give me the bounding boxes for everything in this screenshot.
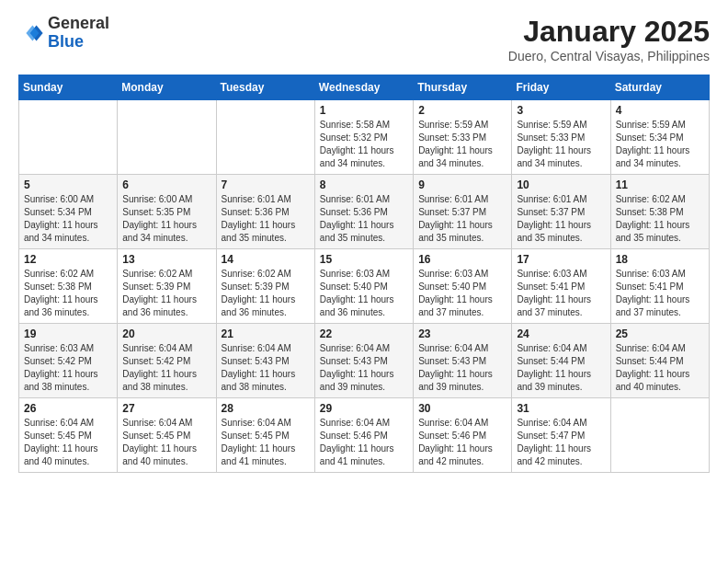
logo-blue: Blue [48, 33, 109, 52]
calendar-week-row: 26Sunrise: 6:04 AM Sunset: 5:45 PM Dayli… [19, 398, 710, 473]
table-row [216, 100, 314, 175]
day-info: Sunrise: 6:01 AM Sunset: 5:37 PM Dayligh… [418, 193, 506, 245]
header-tuesday: Tuesday [216, 75, 314, 100]
calendar-title: January 2025 [508, 15, 710, 49]
table-row: 31Sunrise: 6:04 AM Sunset: 5:47 PM Dayli… [512, 398, 610, 473]
calendar-subtitle: Duero, Central Visayas, Philippines [508, 49, 710, 63]
day-info: Sunrise: 5:59 AM Sunset: 5:34 PM Dayligh… [616, 119, 704, 170]
day-info: Sunrise: 5:59 AM Sunset: 5:33 PM Dayligh… [418, 119, 506, 170]
day-number: 17 [517, 253, 605, 266]
day-info: Sunrise: 6:04 AM Sunset: 5:46 PM Dayligh… [320, 417, 408, 468]
day-number: 7 [222, 178, 310, 191]
day-number: 10 [517, 178, 605, 191]
day-number: 20 [122, 327, 210, 340]
day-info: Sunrise: 6:03 AM Sunset: 5:40 PM Dayligh… [418, 268, 506, 319]
logo: General Blue [18, 15, 109, 52]
day-info: Sunrise: 6:01 AM Sunset: 5:36 PM Dayligh… [222, 193, 310, 245]
table-row: 26Sunrise: 6:04 AM Sunset: 5:45 PM Dayli… [19, 398, 118, 473]
calendar-week-row: 19Sunrise: 6:03 AM Sunset: 5:42 PM Dayli… [19, 324, 710, 398]
day-info: Sunrise: 6:04 AM Sunset: 5:45 PM Dayligh… [222, 417, 310, 468]
day-number: 11 [616, 178, 704, 191]
day-number: 15 [320, 253, 408, 266]
day-info: Sunrise: 6:02 AM Sunset: 5:39 PM Dayligh… [122, 268, 210, 319]
table-row: 29Sunrise: 6:04 AM Sunset: 5:46 PM Dayli… [314, 398, 413, 473]
day-number: 22 [320, 327, 408, 340]
table-row: 21Sunrise: 6:04 AM Sunset: 5:43 PM Dayli… [216, 324, 314, 398]
day-info: Sunrise: 6:04 AM Sunset: 5:44 PM Dayligh… [517, 342, 605, 394]
calendar-table: Sunday Monday Tuesday Wednesday Thursday… [18, 75, 710, 473]
day-info: Sunrise: 6:04 AM Sunset: 5:42 PM Dayligh… [122, 342, 210, 394]
day-info: Sunrise: 5:58 AM Sunset: 5:32 PM Dayligh… [320, 119, 408, 170]
logo-icon [18, 20, 44, 46]
table-row: 5Sunrise: 6:00 AM Sunset: 5:34 PM Daylig… [19, 175, 118, 249]
day-info: Sunrise: 6:03 AM Sunset: 5:41 PM Dayligh… [517, 268, 605, 319]
day-number: 30 [418, 402, 506, 415]
logo-general: General [48, 15, 109, 33]
logo-text: General Blue [48, 15, 109, 52]
day-info: Sunrise: 6:04 AM Sunset: 5:46 PM Dayligh… [418, 417, 506, 468]
table-row [19, 100, 118, 175]
table-row: 10Sunrise: 6:01 AM Sunset: 5:37 PM Dayli… [512, 175, 610, 249]
table-row: 15Sunrise: 6:03 AM Sunset: 5:40 PM Dayli… [314, 249, 413, 324]
day-info: Sunrise: 6:04 AM Sunset: 5:43 PM Dayligh… [222, 342, 310, 394]
table-row: 14Sunrise: 6:02 AM Sunset: 5:39 PM Dayli… [216, 249, 314, 324]
table-row: 12Sunrise: 6:02 AM Sunset: 5:38 PM Dayli… [19, 249, 118, 324]
day-info: Sunrise: 6:03 AM Sunset: 5:42 PM Dayligh… [24, 342, 112, 394]
table-row: 9Sunrise: 6:01 AM Sunset: 5:37 PM Daylig… [414, 175, 512, 249]
table-row: 6Sunrise: 6:00 AM Sunset: 5:35 PM Daylig… [118, 175, 216, 249]
day-number: 26 [24, 402, 112, 415]
header-friday: Friday [512, 75, 610, 100]
table-row [610, 398, 709, 473]
calendar-header-row: Sunday Monday Tuesday Wednesday Thursday… [19, 75, 710, 100]
day-info: Sunrise: 6:03 AM Sunset: 5:40 PM Dayligh… [320, 268, 408, 319]
day-number: 25 [616, 327, 704, 340]
day-info: Sunrise: 6:02 AM Sunset: 5:38 PM Dayligh… [616, 193, 704, 245]
table-row: 7Sunrise: 6:01 AM Sunset: 5:36 PM Daylig… [216, 175, 314, 249]
day-info: Sunrise: 6:02 AM Sunset: 5:39 PM Dayligh… [222, 268, 310, 319]
day-number: 23 [418, 327, 506, 340]
table-row: 8Sunrise: 6:01 AM Sunset: 5:36 PM Daylig… [314, 175, 413, 249]
header-saturday: Saturday [610, 75, 709, 100]
day-info: Sunrise: 6:03 AM Sunset: 5:41 PM Dayligh… [616, 268, 704, 319]
day-number: 4 [616, 104, 704, 117]
day-info: Sunrise: 6:04 AM Sunset: 5:47 PM Dayligh… [517, 417, 605, 468]
day-number: 13 [122, 253, 210, 266]
table-row: 28Sunrise: 6:04 AM Sunset: 5:45 PM Dayli… [216, 398, 314, 473]
day-info: Sunrise: 6:04 AM Sunset: 5:44 PM Dayligh… [616, 342, 704, 394]
header-wednesday: Wednesday [314, 75, 413, 100]
header-sunday: Sunday [19, 75, 118, 100]
table-row: 4Sunrise: 5:59 AM Sunset: 5:34 PM Daylig… [610, 100, 709, 175]
table-row: 16Sunrise: 6:03 AM Sunset: 5:40 PM Dayli… [414, 249, 512, 324]
day-info: Sunrise: 6:04 AM Sunset: 5:43 PM Dayligh… [320, 342, 408, 394]
day-number: 28 [222, 402, 310, 415]
table-row: 19Sunrise: 6:03 AM Sunset: 5:42 PM Dayli… [19, 324, 118, 398]
day-number: 6 [122, 178, 210, 191]
day-info: Sunrise: 6:01 AM Sunset: 5:37 PM Dayligh… [517, 193, 605, 245]
table-row: 2Sunrise: 5:59 AM Sunset: 5:33 PM Daylig… [414, 100, 512, 175]
day-number: 1 [320, 104, 408, 117]
day-number: 31 [517, 402, 605, 415]
table-row: 1Sunrise: 5:58 AM Sunset: 5:32 PM Daylig… [314, 100, 413, 175]
day-number: 27 [122, 402, 210, 415]
day-info: Sunrise: 5:59 AM Sunset: 5:33 PM Dayligh… [517, 119, 605, 170]
day-number: 3 [517, 104, 605, 117]
table-row: 30Sunrise: 6:04 AM Sunset: 5:46 PM Dayli… [414, 398, 512, 473]
table-row: 11Sunrise: 6:02 AM Sunset: 5:38 PM Dayli… [610, 175, 709, 249]
day-number: 24 [517, 327, 605, 340]
header: General Blue January 2025 Duero, Central… [18, 15, 710, 63]
day-info: Sunrise: 6:04 AM Sunset: 5:45 PM Dayligh… [24, 417, 112, 468]
header-monday: Monday [118, 75, 216, 100]
day-number: 14 [222, 253, 310, 266]
day-number: 5 [24, 178, 112, 191]
page: General Blue January 2025 Duero, Central… [0, 0, 728, 488]
day-number: 9 [418, 178, 506, 191]
table-row [118, 100, 216, 175]
day-info: Sunrise: 6:04 AM Sunset: 5:45 PM Dayligh… [122, 417, 210, 468]
table-row: 27Sunrise: 6:04 AM Sunset: 5:45 PM Dayli… [118, 398, 216, 473]
day-number: 18 [616, 253, 704, 266]
table-row: 22Sunrise: 6:04 AM Sunset: 5:43 PM Dayli… [314, 324, 413, 398]
table-row: 20Sunrise: 6:04 AM Sunset: 5:42 PM Dayli… [118, 324, 216, 398]
day-info: Sunrise: 6:01 AM Sunset: 5:36 PM Dayligh… [320, 193, 408, 245]
title-block: January 2025 Duero, Central Visayas, Phi… [508, 15, 710, 63]
table-row: 3Sunrise: 5:59 AM Sunset: 5:33 PM Daylig… [512, 100, 610, 175]
